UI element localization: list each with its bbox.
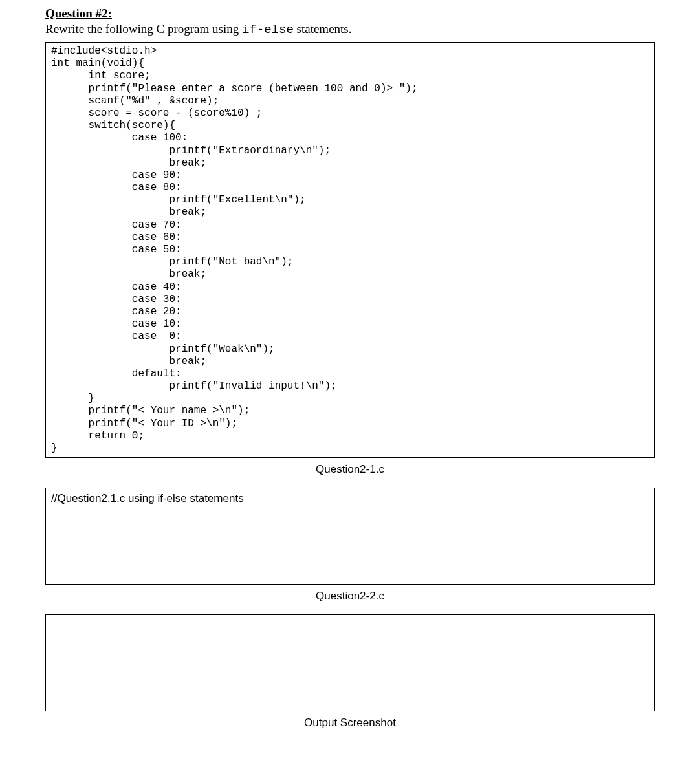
source-code-box: #include<stdio.h> int main(void){ int sc… xyxy=(45,42,655,458)
instruction-code: if-else xyxy=(242,23,294,37)
question-heading: Question #2: xyxy=(45,6,655,21)
caption-question2-2: Question2-2.c xyxy=(45,590,655,603)
instruction-post: statements. xyxy=(294,22,352,36)
instruction-line: Rewrite the following C program using if… xyxy=(45,22,655,37)
caption-output-screenshot: Output Screenshot xyxy=(45,717,655,729)
output-screenshot-box xyxy=(45,614,655,711)
instruction-pre: Rewrite the following C program using xyxy=(45,22,242,36)
answer-box-ifelse: //Question2.1.c using if-else statements xyxy=(45,488,655,585)
caption-question2-1: Question2-1.c xyxy=(45,463,655,476)
answer-box-text: //Question2.1.c using if-else statements xyxy=(51,492,244,504)
